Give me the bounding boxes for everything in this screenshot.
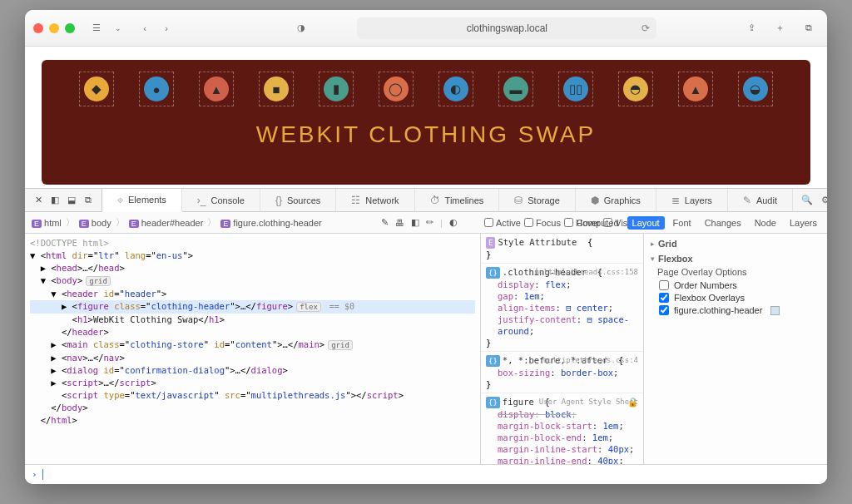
clothing-icon-1[interactable]: ● — [139, 72, 174, 106]
inspector-tab-audit[interactable]: ✎Audit — [728, 189, 793, 211]
inspector-tab-console[interactable]: ›_Console — [182, 189, 260, 211]
breadcrumb-header-header[interactable]: Eheader#header — [129, 218, 204, 228]
close-window-button[interactable] — [33, 23, 43, 33]
inspector-tab-timelines[interactable]: ⏱Timelines — [415, 189, 500, 211]
inspector-search-button[interactable]: 🔍 — [801, 195, 813, 205]
share-button[interactable]: ⇪ — [742, 18, 762, 38]
force-active-checkbox[interactable]: Active — [484, 218, 521, 228]
inspector-tab-elements[interactable]: ⟐Elements — [102, 189, 182, 212]
dock-bottom-button[interactable]: ⬓ — [65, 195, 78, 205]
inspector-tab-network[interactable]: ☷Network — [336, 189, 414, 211]
tab-dropdown-button[interactable]: ⌄ — [108, 18, 128, 38]
site-banner: ◆●▲■▮◯◐▬▯▯◓▲◒ WEBKIT CLOTHING SWAP — [42, 60, 810, 185]
sidebar-toggle-button[interactable]: ☰ — [87, 18, 106, 38]
paint-icon[interactable]: ◧ — [411, 217, 419, 228]
inspector-toolbar: Ehtml〉Ebody〉Eheader#header〉Efigure.cloth… — [25, 212, 827, 234]
option-figure-overlay[interactable]: figure.clothing-header — [659, 305, 820, 315]
clothing-icon-3[interactable]: ■ — [259, 72, 294, 106]
clothing-icon-11[interactable]: ◒ — [738, 72, 773, 106]
grid-section-header[interactable]: Grid — [651, 239, 820, 249]
option-order-numbers[interactable]: Order Numbers — [659, 280, 820, 290]
tabs-overview-button[interactable]: ⧉ — [799, 18, 819, 38]
styles-pane[interactable]: EStyle Attribute {} {}.clothing-header {… — [481, 234, 644, 464]
back-button[interactable]: ‹ — [135, 18, 155, 38]
url-text: clothingswap.local — [467, 22, 547, 34]
privacy-report-button[interactable]: ◑ — [291, 18, 311, 38]
print-icon[interactable]: 🖶 — [395, 218, 404, 228]
new-tab-button[interactable]: ＋ — [770, 18, 790, 38]
breadcrumb-html[interactable]: Ehtml — [32, 218, 62, 228]
clothing-icon-7[interactable]: ▬ — [498, 72, 533, 106]
web-inspector: ✕ ◧ ⬓ ⧉ ⟐Elements›_Console{}Sources☷Netw… — [25, 188, 827, 484]
option-flexbox-overlays[interactable]: Flexbox Overlays — [659, 293, 820, 303]
clothing-icon-10[interactable]: ▲ — [678, 72, 713, 106]
compose-icon[interactable]: ✎ — [381, 217, 389, 228]
console-input[interactable]: › — [25, 464, 827, 484]
layout-pane[interactable]: Grid Flexbox Page Overlay Options Order … — [644, 234, 827, 464]
selected-dom-node[interactable]: ▶ <figure class="clothing-header">…</fig… — [30, 300, 475, 314]
window-controls — [33, 23, 75, 33]
clothing-icon-4[interactable]: ▮ — [319, 72, 354, 106]
details-sidebar-tabs: ComputedLayoutFontChangesNodeLayers — [572, 216, 822, 230]
inspector-settings-button[interactable]: ⚙ — [821, 195, 827, 205]
overlay-options-heading: Page Overlay Options — [657, 267, 820, 277]
inspector-tab-graphics[interactable]: ⬢Graphics — [576, 189, 656, 211]
details-tab-font[interactable]: Font — [668, 216, 696, 230]
site-title: WEBKIT CLOTHING SWAP — [256, 121, 596, 148]
page-viewport: ◆●▲■▮◯◐▬▯▯◓▲◒ WEBKIT CLOTHING SWAP — [25, 47, 827, 188]
dom-tree[interactable]: <!DOCTYPE html> ▼ <html dir="ltr" lang="… — [25, 234, 481, 464]
minimize-window-button[interactable] — [49, 23, 59, 33]
details-tab-changes[interactable]: Changes — [700, 216, 746, 230]
inspector-tab-storage[interactable]: ⛁Storage — [499, 189, 576, 211]
dock-side-button[interactable]: ◧ — [48, 195, 62, 205]
browser-window: ☰ ⌄ ‹ › ◑ clothingswap.local ⟳ ⇪ ＋ ⧉ ◆●▲… — [25, 10, 827, 484]
close-inspector-button[interactable]: ✕ — [32, 195, 45, 205]
clothing-icon-0[interactable]: ◆ — [79, 72, 114, 106]
overlay-color-swatch[interactable] — [770, 306, 780, 315]
address-bar[interactable]: clothingswap.local ⟳ — [357, 17, 656, 39]
breadcrumb-figure-clothing-header[interactable]: Efigure.clothing-header — [220, 218, 321, 228]
toggle-icon[interactable]: ◐ — [449, 217, 458, 228]
details-tab-node[interactable]: Node — [750, 216, 781, 230]
flexbox-section-header[interactable]: Flexbox — [651, 254, 820, 264]
inspector-tab-bar: ✕ ◧ ⬓ ⧉ ⟐Elements›_Console{}Sources☷Netw… — [25, 189, 827, 212]
force-focus-checkbox[interactable]: Focus — [524, 218, 561, 228]
breadcrumb-body[interactable]: Ebody — [79, 218, 111, 228]
forward-button[interactable]: › — [156, 18, 176, 38]
clothing-icon-8[interactable]: ▯▯ — [558, 72, 593, 106]
zoom-window-button[interactable] — [65, 23, 75, 33]
brush-icon[interactable]: ✏ — [426, 217, 433, 228]
clothing-icon-2[interactable]: ▲ — [199, 72, 234, 106]
reload-icon[interactable]: ⟳ — [641, 22, 650, 34]
clothing-icon-9[interactable]: ◓ — [618, 72, 653, 106]
popout-button[interactable]: ⧉ — [82, 195, 95, 205]
details-tab-layout[interactable]: Layout — [627, 216, 665, 230]
titlebar: ☰ ⌄ ‹ › ◑ clothingswap.local ⟳ ⇪ ＋ ⧉ — [25, 10, 827, 47]
clothing-icon-row: ◆●▲■▮◯◐▬▯▯◓▲◒ — [72, 72, 780, 106]
inspector-tab-layers[interactable]: ≣Layers — [656, 189, 728, 211]
clothing-icon-6[interactable]: ◐ — [438, 72, 473, 106]
clothing-icon-5[interactable]: ◯ — [379, 72, 414, 106]
inspector-tab-sources[interactable]: {}Sources — [260, 189, 336, 211]
console-prompt-icon: › — [32, 469, 37, 480]
details-tab-computed[interactable]: Computed — [572, 216, 624, 230]
details-tab-layers[interactable]: Layers — [785, 216, 822, 230]
dom-breadcrumbs[interactable]: Ehtml〉Ebody〉Eheader#header〉Efigure.cloth… — [25, 216, 322, 229]
